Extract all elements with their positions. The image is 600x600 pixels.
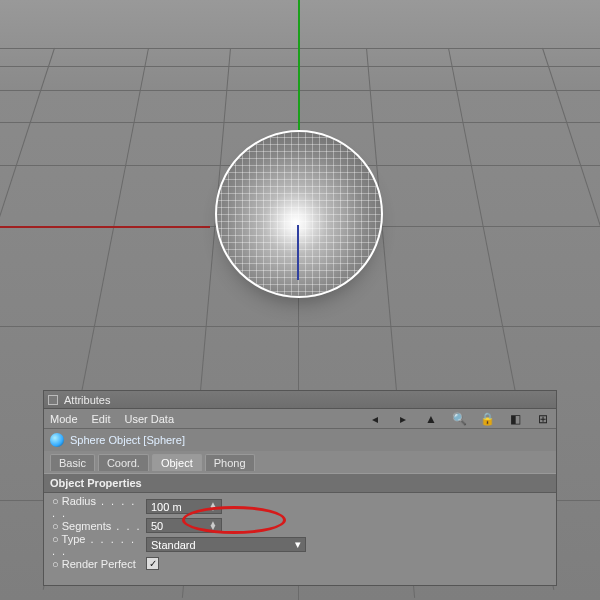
- tabs: Basic Coord. Object Phong: [44, 451, 556, 471]
- properties-list: ○ Radius . . . . . . 100 m ▲▼ ○ Segments…: [44, 493, 556, 577]
- grid-line: [0, 90, 600, 91]
- radius-value: 100 m: [151, 501, 182, 513]
- nav-next-icon[interactable]: ▸: [396, 412, 410, 426]
- prop-render-perfect: ○ Render Perfect ✓: [52, 554, 548, 573]
- grid-line: [0, 122, 600, 123]
- panel-titlebar[interactable]: Attributes: [44, 391, 556, 409]
- tab-basic[interactable]: Basic: [50, 454, 95, 471]
- sphere-icon: [50, 433, 64, 447]
- render-perfect-label: Render Perfect: [62, 558, 136, 570]
- attributes-panel: Attributes Mode Edit User Data ◂ ▸ ▲ 🔍 🔒…: [43, 390, 557, 586]
- tab-object[interactable]: Object: [152, 454, 202, 471]
- sphere-object[interactable]: [215, 130, 383, 298]
- spinner-icon[interactable]: ▲▼: [209, 503, 217, 511]
- menu-userdata[interactable]: User Data: [125, 413, 175, 425]
- search-icon[interactable]: 🔍: [452, 412, 466, 426]
- panel-title: Attributes: [64, 394, 110, 406]
- type-label: Type: [62, 533, 86, 545]
- segments-value: 50: [151, 520, 163, 532]
- segments-field[interactable]: 50 ▲▼: [146, 518, 222, 533]
- grid-line: [0, 326, 600, 327]
- grid-line: [0, 48, 600, 49]
- radius-field[interactable]: 100 m ▲▼: [146, 499, 222, 514]
- panel-menu-icon[interactable]: [48, 395, 58, 405]
- new-window-icon[interactable]: ◧: [508, 412, 522, 426]
- segments-label: Segments: [62, 520, 112, 532]
- radius-label: Radius: [62, 495, 96, 507]
- type-dropdown[interactable]: Standard ▾: [146, 537, 306, 552]
- axis-x: [0, 226, 210, 228]
- nav-up-icon[interactable]: ▲: [424, 412, 438, 426]
- spinner-icon[interactable]: ▲▼: [209, 522, 217, 530]
- chevron-down-icon: ▾: [295, 538, 301, 551]
- tab-coord[interactable]: Coord.: [98, 454, 149, 471]
- nav-prev-icon[interactable]: ◂: [368, 412, 382, 426]
- panel-menubar: Mode Edit User Data ◂ ▸ ▲ 🔍 🔒 ◧ ⊞: [44, 409, 556, 429]
- tab-phong[interactable]: Phong: [205, 454, 255, 471]
- axis-z: [297, 225, 299, 280]
- object-name: Sphere Object [Sphere]: [70, 434, 185, 446]
- add-icon[interactable]: ⊞: [536, 412, 550, 426]
- type-value: Standard: [151, 539, 196, 551]
- menu-edit[interactable]: Edit: [92, 413, 111, 425]
- menu-mode[interactable]: Mode: [50, 413, 78, 425]
- lock-icon[interactable]: 🔒: [480, 412, 494, 426]
- prop-type: ○ Type . . . . . . . Standard ▾: [52, 535, 548, 554]
- grid-line: [0, 66, 600, 67]
- render-perfect-checkbox[interactable]: ✓: [146, 557, 159, 570]
- section-header: Object Properties: [44, 473, 556, 493]
- object-header: Sphere Object [Sphere]: [44, 429, 556, 451]
- prop-radius: ○ Radius . . . . . . 100 m ▲▼: [52, 497, 548, 516]
